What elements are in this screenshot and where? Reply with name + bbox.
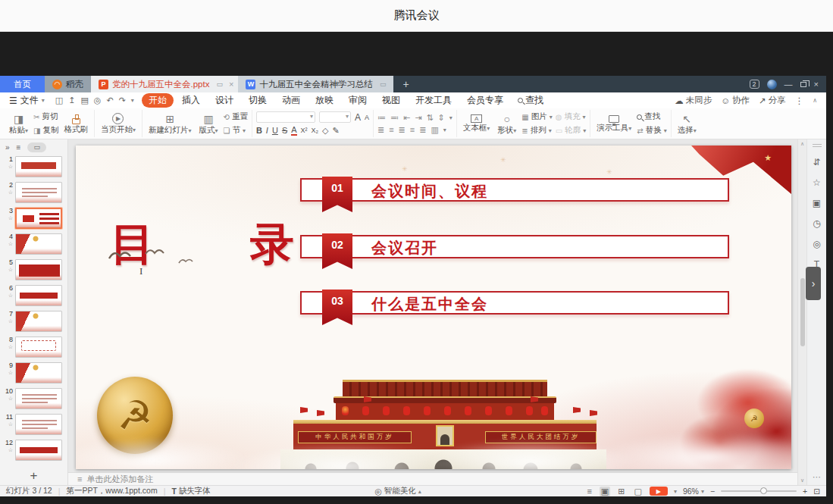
slide-thumbnail[interactable]: 7 ☆ (2, 311, 67, 332)
share-button[interactable]: ↗ 分享 (759, 95, 786, 106)
minimize-button[interactable]: — (784, 80, 793, 89)
thumbnail-preview[interactable] (15, 233, 62, 255)
increase-font-icon[interactable]: A (355, 112, 361, 123)
slide-thumbnail[interactable]: 9 ☆ (2, 362, 67, 383)
close-window-button[interactable]: × (814, 80, 819, 89)
thumbnail-preview[interactable] (15, 337, 62, 358)
collaborate-button[interactable]: ☺ 协作 (721, 95, 750, 106)
notes-bar[interactable]: ≡ 单击此处添加备注 (68, 472, 797, 485)
print-preview-icon[interactable]: ◎ (94, 95, 102, 105)
slide-thumbnail[interactable]: 5 ☆ (2, 259, 67, 280)
text-direction-icon[interactable]: ⇕ (438, 113, 445, 123)
notes-toggle-icon[interactable]: ≡ (585, 487, 593, 496)
reset-button[interactable]: ⟲重置 (224, 111, 248, 122)
menu-tab[interactable]: 切换 (242, 93, 274, 108)
font-size-select[interactable] (319, 111, 351, 123)
more-menu-icon[interactable]: ⋮ (795, 95, 804, 106)
picture-button[interactable]: ▦图片▾ (521, 111, 552, 122)
account-avatar[interactable] (767, 80, 777, 89)
menu-tab[interactable]: 动画 (275, 93, 307, 108)
toc-row[interactable]: 03 什么是五中全会 (300, 291, 729, 315)
select-button[interactable]: ↖ 选择▾ (675, 112, 699, 134)
menu-tab[interactable]: 审阅 (342, 93, 374, 108)
fit-slide-icon[interactable]: ⊡ (813, 487, 820, 496)
slide-canvas[interactable]: ★ ✳ ✳ ✳ 目 录 I 01 会议时间、议程 02 会议召开 03 (68, 139, 797, 472)
slide-thumbnail[interactable]: 3 ☆ (2, 208, 67, 229)
zoom-slider-knob[interactable] (760, 487, 767, 494)
text-effects-icon[interactable]: ✎ (333, 126, 340, 136)
layout-button[interactable]: ▥ 版式▾ (197, 112, 221, 134)
distribute-icon[interactable]: ≣ (419, 125, 426, 135)
slideshow-play-button[interactable]: ▶ (650, 487, 668, 496)
tab-home[interactable]: 首页 (0, 76, 45, 92)
history-clock-icon[interactable]: ◷ (813, 218, 820, 229)
italic-button[interactable]: I (266, 126, 268, 135)
panel-drag-handle[interactable] (813, 144, 822, 147)
outline-view-icon[interactable]: ≡ (17, 143, 21, 152)
zoom-out-icon[interactable]: − (710, 487, 715, 496)
thumbnail-preview[interactable] (15, 414, 62, 435)
format-painter-button[interactable]: 格式刷 (61, 114, 90, 133)
add-slide-button[interactable]: + (0, 467, 67, 485)
arrange-button[interactable]: ≣排列▾ (521, 125, 552, 136)
smart-animation-icon[interactable]: ☆ (813, 177, 821, 188)
align-left-icon[interactable]: ≣ (377, 125, 384, 135)
collapse-panel-icon[interactable]: » (5, 143, 10, 152)
smart-beautify-button[interactable]: ◎ 智能美化 ▴ (375, 486, 421, 496)
clear-format-icon[interactable]: ◇ (322, 126, 328, 136)
zoom-level[interactable]: 96% ▾ (683, 487, 704, 496)
strikethrough-button[interactable]: S (282, 126, 287, 135)
print-icon[interactable]: ▤ (80, 95, 88, 105)
toc-row[interactable]: 01 会议时间、议程 (300, 178, 729, 202)
thumbnail-preview[interactable] (15, 182, 62, 203)
menu-tab[interactable]: 设计 (208, 93, 240, 108)
menu-tab[interactable]: 放映 (308, 93, 340, 108)
shapes-button[interactable]: ○ 形状▾ (495, 112, 518, 134)
line-spacing-icon[interactable]: ⇅ (426, 113, 433, 123)
scrollbar-thumb[interactable] (800, 278, 805, 346)
bullets-icon[interactable]: ≔ (377, 113, 386, 123)
toc-row[interactable]: 02 会议召开 (300, 235, 729, 258)
tips-bulb-icon[interactable]: ◎ (813, 239, 820, 249)
thumbnail-preview[interactable] (15, 285, 62, 306)
play-from-current-button[interactable]: ▶ 当页开始▾ (99, 113, 138, 133)
new-tab-button[interactable]: + (393, 76, 418, 92)
align-center-icon[interactable]: ≡ (389, 125, 393, 134)
align-right-icon[interactable]: ≣ (399, 125, 406, 135)
thumbnail-preview[interactable] (15, 440, 62, 461)
slide-thumbnail[interactable]: 11 ☆ (2, 414, 67, 435)
undo-icon[interactable]: ↶ (106, 95, 113, 105)
menu-tab[interactable]: 插入 (175, 93, 207, 108)
comment-icon[interactable]: ▭ (216, 80, 223, 88)
menu-tab[interactable]: 开始 (142, 93, 174, 108)
thumbnail-preview[interactable] (15, 156, 62, 177)
object-properties-icon[interactable]: ⇵ (813, 157, 820, 167)
save-icon[interactable]: ◫ (55, 95, 63, 105)
justify-icon[interactable]: ≡ (410, 125, 415, 134)
tab-document-2[interactable]: W 十九届五中全会精神学习总结 ▭ (238, 76, 393, 92)
normal-view-icon[interactable]: ▣ (600, 487, 610, 496)
slide-sorter-icon[interactable]: ⊞ (616, 487, 626, 496)
scroll-up-icon[interactable]: ∧ (800, 141, 804, 147)
slide-thumbnail[interactable]: 12 ☆ (2, 440, 67, 461)
slide-thumbnail[interactable]: 8 ☆ (2, 337, 67, 358)
close-tab-icon[interactable]: × (229, 80, 233, 89)
export-icon[interactable]: ↥ (68, 95, 75, 105)
customize-toolbar-icon[interactable]: ▾ (131, 97, 134, 104)
slide-thumbnail[interactable]: 1 ☆ (2, 156, 67, 177)
new-slide-button[interactable]: ⊞ 新建幻灯片▾ (146, 112, 194, 134)
vertical-scrollbar[interactable]: ∧ ∨ (797, 139, 806, 485)
thumbnail-preview[interactable] (15, 208, 62, 229)
fill-button[interactable]: ◍填充▾ (556, 111, 586, 122)
superscript-button[interactable]: X² (301, 127, 308, 134)
resource-library-icon[interactable]: ▣ (813, 198, 821, 208)
find-button[interactable]: 查找 (637, 111, 666, 122)
thumbnail-preview[interactable] (15, 311, 62, 332)
increase-indent-icon[interactable]: ⇥ (415, 113, 421, 123)
scroll-down-icon[interactable]: ∨ (800, 477, 804, 484)
more-options-icon[interactable]: ⋯ (813, 472, 821, 482)
slide-thumbnail[interactable]: 4 ☆ (2, 233, 67, 255)
collapse-ribbon-icon[interactable]: ∧ (813, 97, 817, 104)
paste-button[interactable]: ◨ 粘贴▾ (7, 112, 30, 134)
bold-button[interactable]: B (256, 126, 262, 135)
